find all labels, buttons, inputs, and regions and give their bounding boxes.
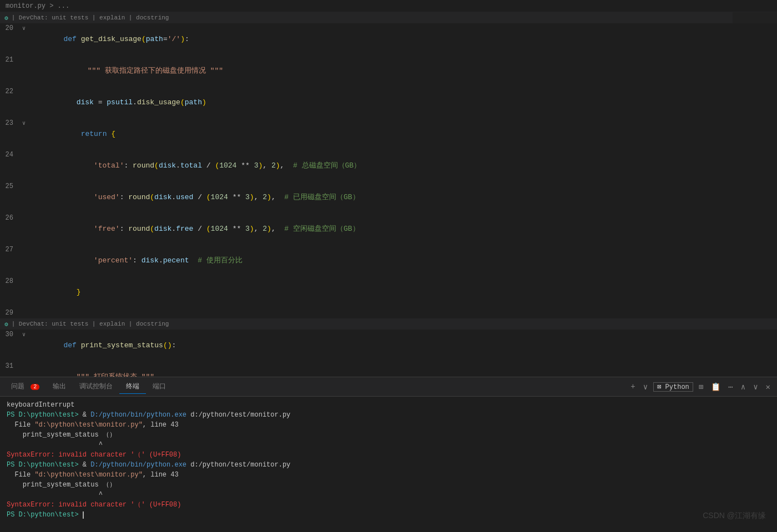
devchat-icon-2: ⚙ (4, 321, 8, 328)
code-line-28: 28 } (0, 276, 777, 308)
terminal-tabs: 问题 2 输出 调试控制台 终端 端口 + ∨ ⊠ Python ⊞ 📋 ⋯ ∧… (0, 377, 777, 397)
code-line-29: 29 (0, 308, 777, 318)
breadcrumb: monitor.py > ... (0, 0, 777, 12)
terminal-line-8: File "d:\python\test\monitor.py", line 4… (7, 470, 770, 480)
terminal-panel: 问题 2 输出 调试控制台 终端 端口 + ∨ ⊠ Python ⊞ 📋 ⋯ ∧… (0, 377, 777, 532)
terminal-copy-button[interactable]: 📋 (709, 381, 723, 393)
tab-terminal[interactable]: 终端 (119, 379, 146, 394)
terminal-content[interactable]: keyboardInterrupt PS D:\python\test> & D… (0, 397, 777, 532)
terminal-maximize-button[interactable]: ∧ (739, 381, 748, 393)
split-terminal-button[interactable]: ∨ (641, 381, 650, 393)
editor-area: monitor.py > ... def get_disk_usage(path… (0, 0, 777, 377)
terminal-actions: + ∨ ⊠ Python ⊞ 📋 ⋯ ∧ ∨ ✕ (628, 381, 773, 393)
terminal-line-5: ^ (7, 440, 770, 450)
terminal-layout-button[interactable]: ⊞ (697, 381, 705, 393)
devchat-icon-1: ⚙ (4, 14, 8, 22)
code-line-30: 30 ∨ def print_system_status(): (0, 330, 777, 361)
tab-problems[interactable]: 问题 2 (4, 379, 46, 394)
terminal-python-label[interactable]: ⊠ Python (653, 382, 693, 392)
tab-output[interactable]: 输出 (46, 379, 73, 394)
terminal-line-10: ^ (7, 490, 770, 500)
tab-ports[interactable]: 端口 (146, 379, 173, 394)
terminal-line-9: print_system_status （） (7, 480, 770, 490)
code-line-21: 21 """ 获取指定路径下的磁盘使用情况 """ (0, 55, 777, 87)
code-line-20: 20 ∨ def get_disk_usage(path='/'): (0, 23, 777, 55)
terminal-line-3: File "d:\python\test\monitor.py", line 4… (7, 420, 770, 430)
tab-debug-console[interactable]: 调试控制台 (73, 379, 119, 394)
code-line-25: 25 'used': round(disk.used / (1024 ** 3)… (0, 181, 777, 213)
terminal-line-1: keyboardInterrupt (7, 400, 770, 410)
terminal-more-button[interactable]: ⋯ (726, 381, 735, 393)
devicons-bar-2: ⚙ | DevChat: unit tests | explain | docs… (0, 318, 777, 330)
minimap: def get_disk_usage(path='/'): disk = psu… (733, 12, 777, 123)
terminal-line-4: print_system_status （） (7, 430, 770, 440)
code-line-26: 26 'free': round(disk.free / (1024 ** 3)… (0, 213, 777, 245)
new-terminal-button[interactable]: + (628, 381, 637, 392)
problems-badge: 2 (31, 384, 39, 390)
code-line-27: 27 'percent': disk.pecent # 使用百分比 (0, 245, 777, 276)
terminal-minimize-button[interactable]: ∨ (751, 381, 760, 393)
terminal-line-2: PS D:\python\test> & D:/python/bin/pytho… (7, 410, 770, 420)
code-line-22: 22 disk = psutil.disk_usage(path) (0, 87, 777, 118)
devicons-bar-1: ⚙ | DevChat: unit tests | explain | docs… (0, 12, 777, 23)
breadcrumb-text: monitor.py > ... (6, 2, 69, 10)
devchat-label-1[interactable]: | DevChat: unit tests | explain | docstr… (12, 14, 169, 21)
code-line-31: 31 """ 打印系统状态 """ (0, 361, 777, 377)
terminal-line-12: PS D:\python\test> (7, 510, 770, 520)
terminal-line-7: PS D:\python\test> & D:/python/bin/pytho… (7, 460, 770, 470)
code-line-23: 23 ∨ return { (0, 118, 777, 150)
terminal-line-6: SyntaxError: invalid character '（' (U+FF… (7, 450, 770, 460)
devchat-label-2[interactable]: | DevChat: unit tests | explain | docstr… (12, 321, 169, 327)
terminal-close-button[interactable]: ✕ (764, 381, 773, 393)
terminal-line-11: SyntaxError: invalid character '（' (U+FF… (7, 500, 770, 510)
code-container[interactable]: def get_disk_usage(path='/'): disk = psu… (0, 12, 777, 377)
code-line-24: 24 'total': round(disk.total / (1024 ** … (0, 150, 777, 181)
